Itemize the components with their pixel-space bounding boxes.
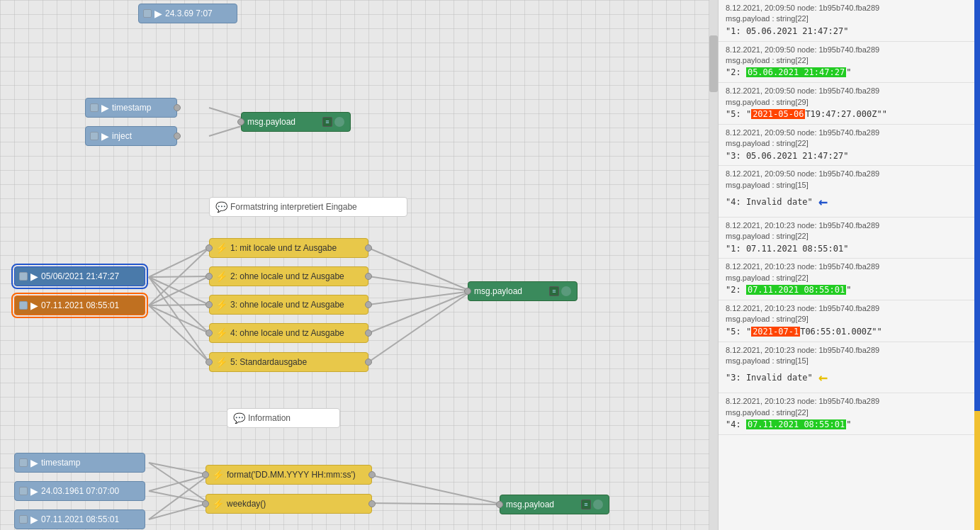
debug-type: msg.payload : string[29] [726, 314, 967, 325]
debug-meta: 8.12.2021, 20:10:23 node: 1b95b740.fba28… [726, 220, 967, 231]
debug-type: msg.payload : string[15] [726, 356, 967, 366]
svg-line-22 [149, 503, 209, 519]
port-left9 [202, 500, 209, 507]
svg-line-18 [149, 475, 209, 491]
timestamp1-node[interactable]: ▶ timestamp [85, 98, 177, 118]
debug-value: "4: 07.11.2021 08:55:01" [726, 418, 967, 432]
timestamp2-label: timestamp [41, 458, 80, 468]
msgpayload2-label: msg.payload [474, 286, 522, 296]
debug-meta: 8.12.2021, 20:09:50 node: 1b95b740.fba28… [726, 169, 967, 179]
port-left5 [205, 329, 213, 337]
inject-sq-icon4 [19, 272, 28, 281]
debug-meta: 8.12.2021, 20:10:23 node: 1b95b740.fba28… [726, 303, 967, 314]
fn-icon4: ⚡ [215, 327, 227, 339]
svg-line-16 [368, 291, 471, 362]
debug-entry: 8.12.2021, 20:10:23 node: 1b95b740.fba28… [719, 300, 974, 342]
canvas-scrollbar-thumb[interactable] [709, 35, 718, 92]
inject3-node[interactable]: ▶ 07.11.2021 08:55:01 [14, 295, 145, 315]
list-icon2: ≡ [549, 286, 559, 296]
inject3-label: 07.11.2021 08:55:01 [41, 300, 119, 310]
fn6-node[interactable]: ⚡ format('DD.MM.YYYY HH:mm:ss') [205, 465, 372, 485]
debug-type: msg.payload : string[22] [726, 55, 967, 66]
fn4-node[interactable]: ⚡ 4: ohne locale und tz Ausgabe [209, 323, 368, 343]
debug-value: "2: 05.06.2021 21:47:27" [726, 66, 967, 79]
svg-line-3 [149, 276, 209, 277]
fn2-node[interactable]: ⚡ 2: ohne locale und tz Ausgabe [209, 266, 368, 286]
debug-value: "1: 07.11.2021 08:55:01" [726, 242, 967, 256]
svg-line-9 [149, 305, 209, 305]
timestamp2-node[interactable]: ▶ timestamp [14, 453, 145, 473]
port-left3 [205, 273, 213, 280]
fn3-node[interactable]: ⚡ 3: ohne locale und tz Ausgabe [209, 295, 368, 315]
fn2-label: 2: ohne locale und tz Ausgabe [230, 271, 344, 281]
debug-panel: 8.12.2021, 20:09:50 node: 1b95b740.fba28… [718, 0, 980, 530]
debug-entry: 8.12.2021, 20:10:23 node: 1b95b740.fba28… [719, 218, 974, 259]
inject2-node[interactable]: ▶ 05/06/2021 21:47:27 [14, 266, 145, 286]
fn-icon5: ⚡ [215, 356, 227, 368]
fn5-node[interactable]: ⚡ 5: Standardausgabe [209, 352, 368, 372]
blue-scrollbar-thumb[interactable] [974, 0, 980, 411]
inject1-node[interactable]: ▶ inject [85, 126, 177, 146]
port-left10 [496, 501, 503, 508]
debug-meta: 8.12.2021, 20:09:50 node: 1b95b740.fba28… [726, 3, 967, 13]
msgpayload3-node[interactable]: msg.payload ≡ [500, 495, 609, 514]
svg-line-2 [149, 248, 209, 277]
debug-entry: 8.12.2021, 20:09:50 node: 1b95b740.fba28… [719, 0, 974, 42]
fn1-node[interactable]: ⚡ 1: mit locale und tz Ausgabe [209, 238, 368, 258]
canvas-scrollbar[interactable] [709, 0, 718, 530]
fn-icon3: ⚡ [215, 299, 227, 310]
circle-icon [334, 117, 344, 127]
port-right8 [368, 471, 376, 478]
scrollbar-track[interactable] [974, 0, 980, 530]
debug-type: msg.payload : string[22] [726, 273, 967, 283]
port-left [237, 118, 244, 125]
inject5-label: 07.11.2021 08:55:01 [41, 514, 119, 524]
inject-sq-icon8 [19, 515, 28, 524]
debug-entry: 8.12.2021, 20:10:23 node: 1b95b740.fba28… [719, 393, 974, 435]
inject-sq-icon2 [90, 103, 98, 112]
debug-meta: 8.12.2021, 20:09:50 node: 1b95b740.fba28… [726, 128, 967, 138]
fn7-label: weekday() [227, 499, 266, 509]
timestamp1-label: timestamp [112, 103, 151, 113]
svg-line-6 [149, 277, 209, 362]
debug-entry: 8.12.2021, 20:09:50 node: 1b95b740.fba28… [719, 42, 974, 84]
port-left7 [464, 288, 471, 295]
svg-line-10 [149, 305, 209, 333]
fn6-label: format('DD.MM.YYYY HH:mm:ss') [227, 470, 356, 480]
debug-entries: 8.12.2021, 20:09:50 node: 1b95b740.fba28… [719, 0, 980, 435]
svg-line-24 [368, 503, 503, 504]
comment-icon1: 💬 [215, 201, 227, 213]
debug-meta: 8.12.2021, 20:09:50 node: 1b95b740.fba28… [726, 45, 967, 55]
debug-value: "4: Invalid date"← [726, 191, 967, 214]
svg-line-13 [368, 276, 471, 291]
svg-line-15 [368, 291, 471, 333]
fn4-label: 4: ohne locale und tz Ausgabe [230, 328, 344, 338]
inject4-node[interactable]: ▶ 24.03.1961 07:07:00 [14, 481, 145, 501]
comment2-label: Information [248, 413, 291, 423]
port-left4 [205, 301, 213, 308]
inject-sq-icon5 [19, 301, 28, 310]
svg-line-23 [368, 475, 503, 504]
fn7-node[interactable]: ⚡ weekday() [205, 494, 372, 514]
svg-line-19 [149, 475, 209, 519]
svg-line-7 [149, 248, 209, 305]
debug-entry: 8.12.2021, 20:10:23 node: 1b95b740.fba28… [719, 342, 974, 394]
debug-type: msg.payload : string[15] [726, 180, 967, 191]
list-icon3: ≡ [581, 500, 591, 509]
list-icon: ≡ [322, 117, 332, 127]
svg-line-21 [149, 491, 209, 503]
highlight-green: 05.06.2021 21:47:27 [746, 67, 846, 77]
debug-value: "2: 07.11.2021 08:55:01" [726, 283, 967, 297]
msgpayload2-node[interactable]: msg.payload ≡ [468, 281, 578, 301]
canvas-area[interactable]: ▶ 24.3.69 7:07 ▶ timestamp ▶ inject msg.… [0, 0, 718, 530]
debug-value: "3: 05.06.2021 21:47:27" [726, 150, 967, 163]
debug-value: "5: "2021-07-1T06:55:01.000Z"" [726, 325, 967, 339]
msgpayload1-node[interactable]: msg.payload ≡ [241, 112, 351, 132]
yellow-scrollbar-thumb[interactable] [974, 411, 980, 530]
comment-icon2: 💬 [233, 412, 245, 424]
debug-value: "5: "2021-05-06T19:47:27.000Z"" [726, 108, 967, 121]
inject5-node[interactable]: ▶ 07.11.2021 08:55:01 [14, 509, 145, 529]
comment1-node: 💬 Formatstring interpretiert Eingabe [209, 197, 407, 217]
fn-icon2: ⚡ [215, 271, 227, 282]
debug-value: "3: Invalid date"← [726, 366, 967, 390]
